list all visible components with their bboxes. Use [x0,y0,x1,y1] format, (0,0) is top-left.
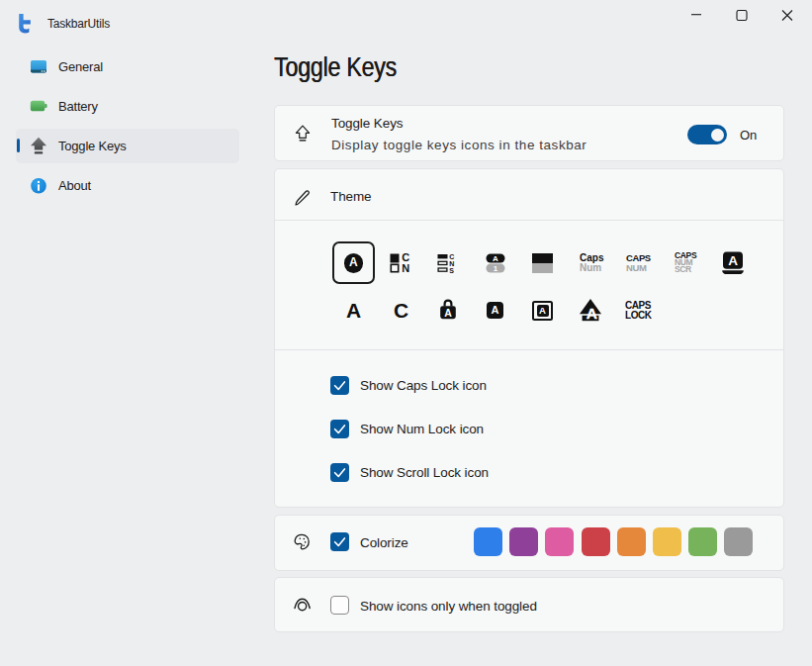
svg-text:A: A [493,254,498,263]
svg-text:A: A [444,307,452,319]
svg-text:N: N [402,262,409,274]
svg-text:A: A [728,253,738,268]
svg-text:S: S [449,267,454,274]
svg-text:1: 1 [494,264,498,273]
svg-text:A: A [586,305,597,322]
